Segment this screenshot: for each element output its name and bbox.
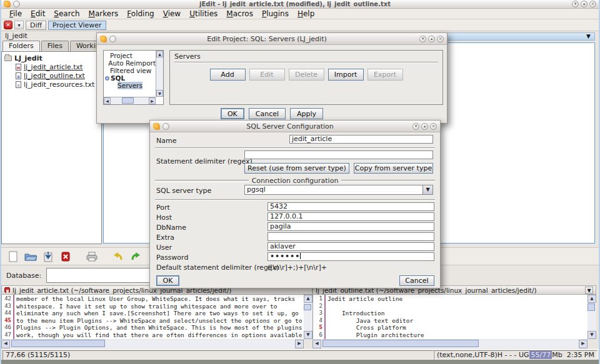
import-servers-button[interactable]: Import xyxy=(328,69,364,81)
print-icon[interactable] xyxy=(85,250,99,263)
menu-utilities[interactable]: Utilities xyxy=(185,9,222,19)
redo-icon[interactable] xyxy=(129,250,142,263)
undo-icon[interactable] xyxy=(111,250,125,263)
dialog-maximize-button[interactable]: ▴ xyxy=(428,36,435,42)
jedit-app-icon xyxy=(100,36,107,42)
dialog-shade-button[interactable]: ▾ xyxy=(419,36,426,42)
editor-text-left[interactable]: member of the local Linux User Group, Wh… xyxy=(14,295,304,339)
dock-close-button[interactable]: ✕ xyxy=(4,21,12,29)
window-close-button[interactable]: × xyxy=(589,1,596,7)
user-field[interactable]: aklaver xyxy=(268,242,434,251)
save-file-icon[interactable] xyxy=(41,250,55,263)
extra-field[interactable] xyxy=(268,232,434,241)
dock-menu-arrow-icon[interactable]: ▾ xyxy=(14,21,24,29)
dialog-maximize-button[interactable]: ▴ xyxy=(421,123,428,130)
dialog-close-button[interactable]: × xyxy=(430,123,437,130)
menu-folding[interactable]: Folding xyxy=(122,9,158,19)
ok-button[interactable]: OK xyxy=(156,275,179,286)
password-field[interactable]: •••••• xyxy=(268,252,434,261)
tree-item-servers[interactable]: Servers xyxy=(105,82,156,89)
editor-text-right[interactable]: Jedit article outline Introduction Java … xyxy=(326,295,588,339)
dialog-close-button[interactable]: × xyxy=(437,36,444,42)
scroll-down-icon[interactable]: ▼ xyxy=(304,331,312,339)
cancel-button[interactable]: Cancel xyxy=(249,108,286,119)
scroll-up-icon[interactable]: ▲ xyxy=(156,51,163,57)
host-label: Host xyxy=(156,214,172,222)
menu-file[interactable]: File xyxy=(5,9,26,19)
scroll-down-icon[interactable]: ▼ xyxy=(156,90,163,97)
project-combo[interactable]: lj_jedit xyxy=(1,31,102,41)
memory-gauge[interactable]: 55/77Mb xyxy=(529,351,562,359)
menu-search[interactable]: Search xyxy=(49,9,84,19)
apply-button[interactable]: Apply xyxy=(290,108,323,119)
dock-button-diff[interactable]: Diff xyxy=(26,21,46,30)
tree-expand-handle-icon[interactable] xyxy=(105,76,109,81)
dialog-sticky-button[interactable] xyxy=(109,36,116,42)
sql-dialog-titlebar[interactable]: SQL Server Configuration ▾ ▴ × xyxy=(150,121,440,132)
add-server-button[interactable]: Add xyxy=(210,69,246,81)
vertical-scrollbar-right[interactable]: ▲ ▼ xyxy=(588,295,596,339)
editor-pane-left: lj_jedit_article.txt (~/software_project… xyxy=(1,285,312,349)
edit-server-button[interactable]: Edit xyxy=(249,69,285,81)
menu-markers[interactable]: Markers xyxy=(84,9,123,19)
window-maximize-button[interactable]: ▴ xyxy=(581,1,588,7)
scroll-down-icon[interactable]: ▼ xyxy=(588,331,596,339)
tree-item-filtered-view[interactable]: Filtered view xyxy=(105,67,156,74)
horizontal-scrollbar-right[interactable]: ◀ ▶ xyxy=(312,340,588,348)
tree-item-auto-reimport[interactable]: Auto Reimport xyxy=(105,59,156,67)
horizontal-scrollbar-left[interactable]: ◀ ▶ xyxy=(1,340,304,348)
vertical-scrollbar-left[interactable]: ▲ ▼ xyxy=(304,295,312,339)
tab-folders[interactable]: Folders xyxy=(2,41,40,51)
tree-node-article-file[interactable]: H lj_jedit_article.txt xyxy=(4,62,101,71)
export-servers-button[interactable]: Export xyxy=(368,69,403,81)
scroll-right-icon[interactable]: ▶ xyxy=(579,340,588,348)
name-field[interactable]: jedit_article xyxy=(289,135,433,144)
cancel-button[interactable]: Cancel xyxy=(399,275,434,286)
delete-server-button[interactable]: Delete xyxy=(289,69,324,81)
server-type-combo[interactable]: pgsql ▼ xyxy=(244,185,433,195)
statement-delimiter-field[interactable] xyxy=(244,150,433,159)
dbname-field[interactable]: pagila xyxy=(268,222,434,231)
open-file-icon[interactable] xyxy=(24,250,38,263)
extra-label: Extra xyxy=(156,234,174,242)
ok-button[interactable]: OK xyxy=(221,108,244,119)
scroll-right-icon[interactable]: ▶ xyxy=(149,97,156,104)
new-file-icon[interactable] xyxy=(6,250,20,263)
scroll-left-icon[interactable]: ◀ xyxy=(1,340,10,348)
close-buffer-icon[interactable] xyxy=(59,250,72,263)
dialog-sticky-button[interactable] xyxy=(162,123,169,130)
scroll-up-icon[interactable]: ▲ xyxy=(304,295,312,303)
dialog-shade-button[interactable]: ▾ xyxy=(412,123,419,130)
edit-project-titlebar[interactable]: Edit Project: SQL: Servers (LJ_jedit) ▾ … xyxy=(97,33,447,45)
dock-button-project-viewer[interactable]: Project Viewer xyxy=(48,21,106,30)
tree-node-project-root[interactable]: LJ_jedit xyxy=(4,54,101,62)
port-field[interactable]: 5432 xyxy=(268,202,434,211)
scroll-left-icon[interactable]: ◀ xyxy=(312,340,321,348)
copy-delimiter-button[interactable]: Copy from server type xyxy=(354,163,433,174)
text-area-right[interactable]: 1 2 3 4 5 6 Jedit article outline Introd… xyxy=(312,295,588,339)
tree-item-project[interactable]: Project xyxy=(105,52,156,59)
scroll-left-icon[interactable]: ◀ xyxy=(104,97,111,104)
buffer-combo-arrow-icon[interactable]: ▼ xyxy=(585,287,593,294)
tab-files[interactable]: Files xyxy=(41,41,69,51)
clock: 2:35 PM xyxy=(567,351,594,359)
tree-node-resources-file[interactable]: ≡ lj_jedit_resources.txt xyxy=(4,80,101,89)
tree-node-outline-file[interactable]: ≡ lj_jedit_outline.txt xyxy=(4,71,101,80)
menu-edit[interactable]: Edit xyxy=(26,9,49,19)
scroll-up-icon[interactable]: ▲ xyxy=(588,295,596,303)
menu-view[interactable]: View xyxy=(159,9,185,19)
menu-help[interactable]: Help xyxy=(293,9,319,19)
window-shade-button[interactable]: ▾ xyxy=(572,1,579,7)
tree-vertical-scrollbar[interactable]: ▲ ▼ xyxy=(156,51,163,97)
file-icon: ≡ xyxy=(16,72,21,79)
menu-plugins[interactable]: Plugins xyxy=(258,9,293,19)
window-sticky-button[interactable] xyxy=(13,1,20,7)
combo-arrow-icon[interactable]: ▼ xyxy=(422,185,432,194)
text-area-left[interactable]: 42 43 44 45 46 47 member of the local Li… xyxy=(1,295,304,339)
tree-item-sql[interactable]: SQL xyxy=(105,74,156,82)
tree-horizontal-scrollbar[interactable]: ◀ ▶ xyxy=(104,97,156,104)
menu-macros[interactable]: Macros xyxy=(222,9,258,19)
scroll-right-icon[interactable]: ▶ xyxy=(295,340,304,348)
host-field[interactable]: 127.0.0.1 xyxy=(268,212,434,221)
reset-delimiter-button[interactable]: Reset (use from server type) xyxy=(244,163,349,174)
